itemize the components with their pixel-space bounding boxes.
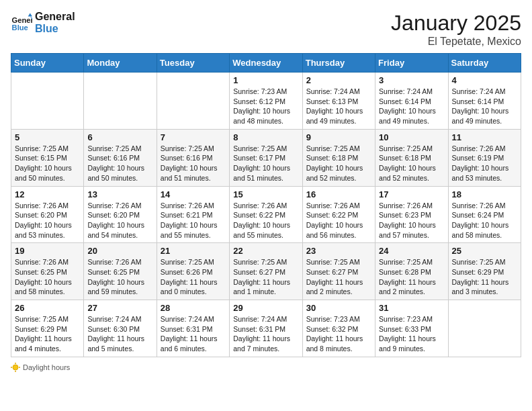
logo-blue-text: Blue [35,23,75,35]
month-title: January 2025 [391,11,521,36]
day-number: 26 [15,303,80,313]
weekday-header: Thursday [302,54,375,73]
weekday-header: Wednesday [230,54,302,73]
weekday-header: Tuesday [157,54,229,73]
calendar-day-cell: 31Sunrise: 7:23 AM Sunset: 6:33 PM Dayli… [375,300,448,357]
day-info: Sunrise: 7:25 AM Sunset: 6:29 PM Dayligh… [15,314,80,354]
day-number: 15 [233,189,298,199]
logo: General Blue General Blue [11,11,75,34]
calendar-day-cell: 23Sunrise: 7:25 AM Sunset: 6:27 PM Dayli… [302,243,375,300]
calendar-day-cell [11,73,84,130]
calendar-week-row: 19Sunrise: 7:26 AM Sunset: 6:25 PM Dayli… [11,243,521,300]
calendar-day-cell: 16Sunrise: 7:26 AM Sunset: 6:22 PM Dayli… [302,186,375,243]
calendar-day-cell: 12Sunrise: 7:26 AM Sunset: 6:20 PM Dayli… [11,186,84,243]
day-info: Sunrise: 7:26 AM Sunset: 6:22 PM Dayligh… [306,201,371,240]
calendar-day-cell: 24Sunrise: 7:25 AM Sunset: 6:28 PM Dayli… [375,243,448,300]
day-info: Sunrise: 7:26 AM Sunset: 6:23 PM Dayligh… [379,201,444,240]
calendar-day-cell: 21Sunrise: 7:25 AM Sunset: 6:26 PM Dayli… [157,243,229,300]
day-info: Sunrise: 7:26 AM Sunset: 6:24 PM Dayligh… [452,201,517,240]
calendar-day-cell: 8Sunrise: 7:25 AM Sunset: 6:17 PM Daylig… [230,129,302,186]
day-info: Sunrise: 7:26 AM Sunset: 6:20 PM Dayligh… [87,201,152,240]
day-info: Sunrise: 7:26 AM Sunset: 6:25 PM Dayligh… [87,257,152,297]
calendar-day-cell [448,300,521,357]
day-number: 16 [306,189,371,199]
calendar-day-cell: 1Sunrise: 7:23 AM Sunset: 6:12 PM Daylig… [230,73,302,130]
day-number: 2 [306,75,371,85]
day-number: 29 [233,303,298,313]
calendar-day-cell: 2Sunrise: 7:24 AM Sunset: 6:13 PM Daylig… [302,73,375,130]
day-info: Sunrise: 7:24 AM Sunset: 6:30 PM Dayligh… [87,314,152,354]
day-info: Sunrise: 7:26 AM Sunset: 6:20 PM Dayligh… [15,201,80,240]
day-number: 25 [452,246,517,256]
logo-icon: General Blue [11,12,32,34]
day-number: 5 [15,132,80,142]
calendar-day-cell: 27Sunrise: 7:24 AM Sunset: 6:30 PM Dayli… [84,300,157,357]
day-number: 19 [15,246,80,256]
day-number: 13 [87,189,152,199]
svg-marker-2 [28,13,32,16]
day-number: 21 [161,246,226,256]
day-number: 9 [306,132,371,142]
calendar-day-cell: 9Sunrise: 7:25 AM Sunset: 6:18 PM Daylig… [302,129,375,186]
calendar-day-cell: 6Sunrise: 7:25 AM Sunset: 6:16 PM Daylig… [84,129,157,186]
day-number: 30 [306,303,371,313]
location-subtitle: El Tepetate, Mexico [391,36,521,48]
day-info: Sunrise: 7:26 AM Sunset: 6:25 PM Dayligh… [15,257,80,297]
calendar-week-row: 1Sunrise: 7:23 AM Sunset: 6:12 PM Daylig… [11,73,521,130]
calendar-day-cell: 3Sunrise: 7:24 AM Sunset: 6:14 PM Daylig… [375,73,448,130]
calendar-day-cell: 25Sunrise: 7:25 AM Sunset: 6:29 PM Dayli… [448,243,521,300]
calendar-day-cell: 13Sunrise: 7:26 AM Sunset: 6:20 PM Dayli… [84,186,157,243]
weekday-header: Sunday [11,54,84,73]
svg-point-4 [13,365,18,370]
day-number: 11 [452,132,517,142]
calendar-day-cell: 17Sunrise: 7:26 AM Sunset: 6:23 PM Dayli… [375,186,448,243]
calendar-header-row: SundayMondayTuesdayWednesdayThursdayFrid… [11,54,521,73]
calendar-day-cell: 29Sunrise: 7:24 AM Sunset: 6:31 PM Dayli… [230,300,302,357]
day-number: 6 [87,132,152,142]
day-info: Sunrise: 7:26 AM Sunset: 6:19 PM Dayligh… [452,144,517,183]
day-info: Sunrise: 7:23 AM Sunset: 6:12 PM Dayligh… [233,87,298,126]
day-info: Sunrise: 7:26 AM Sunset: 6:21 PM Dayligh… [161,201,226,240]
day-number: 7 [161,132,226,142]
day-number: 24 [379,246,444,256]
calendar-day-cell: 26Sunrise: 7:25 AM Sunset: 6:29 PM Dayli… [11,300,84,357]
weekday-header: Monday [84,54,157,73]
weekday-header: Friday [375,54,448,73]
weekday-header: Saturday [448,54,521,73]
day-info: Sunrise: 7:25 AM Sunset: 6:27 PM Dayligh… [306,257,371,297]
day-info: Sunrise: 7:25 AM Sunset: 6:26 PM Dayligh… [161,257,226,297]
day-info: Sunrise: 7:25 AM Sunset: 6:27 PM Dayligh… [233,257,298,297]
calendar-day-cell: 10Sunrise: 7:25 AM Sunset: 6:18 PM Dayli… [375,129,448,186]
day-info: Sunrise: 7:25 AM Sunset: 6:18 PM Dayligh… [379,144,444,183]
sun-icon [11,363,20,372]
calendar-day-cell: 11Sunrise: 7:26 AM Sunset: 6:19 PM Dayli… [448,129,521,186]
calendar-day-cell: 7Sunrise: 7:25 AM Sunset: 6:16 PM Daylig… [157,129,229,186]
day-number: 14 [161,189,226,199]
day-number: 18 [452,189,517,199]
calendar-day-cell: 15Sunrise: 7:26 AM Sunset: 6:22 PM Dayli… [230,186,302,243]
svg-text:General: General [12,16,32,24]
daylight-legend: Daylight hours [11,363,70,372]
day-info: Sunrise: 7:26 AM Sunset: 6:22 PM Dayligh… [233,201,298,240]
day-info: Sunrise: 7:25 AM Sunset: 6:17 PM Dayligh… [233,144,298,183]
day-info: Sunrise: 7:24 AM Sunset: 6:14 PM Dayligh… [379,87,444,126]
title-block: January 2025 El Tepetate, Mexico [391,11,521,48]
calendar-day-cell: 19Sunrise: 7:26 AM Sunset: 6:25 PM Dayli… [11,243,84,300]
day-info: Sunrise: 7:25 AM Sunset: 6:16 PM Dayligh… [161,144,226,183]
day-info: Sunrise: 7:24 AM Sunset: 6:14 PM Dayligh… [452,87,517,126]
day-number: 20 [87,246,152,256]
day-number: 4 [452,75,517,85]
calendar-table: SundayMondayTuesdayWednesdayThursdayFrid… [11,53,521,357]
day-number: 22 [233,246,298,256]
svg-text:Blue: Blue [12,24,28,32]
day-info: Sunrise: 7:25 AM Sunset: 6:28 PM Dayligh… [379,257,444,297]
calendar-week-row: 12Sunrise: 7:26 AM Sunset: 6:20 PM Dayli… [11,186,521,243]
day-number: 23 [306,246,371,256]
calendar-day-cell [84,73,157,130]
day-number: 27 [87,303,152,313]
page-header: General Blue General Blue January 2025 E… [11,11,521,48]
day-info: Sunrise: 7:24 AM Sunset: 6:31 PM Dayligh… [233,314,298,354]
day-number: 17 [379,189,444,199]
calendar-day-cell: 18Sunrise: 7:26 AM Sunset: 6:24 PM Dayli… [448,186,521,243]
day-info: Sunrise: 7:23 AM Sunset: 6:33 PM Dayligh… [379,314,444,354]
